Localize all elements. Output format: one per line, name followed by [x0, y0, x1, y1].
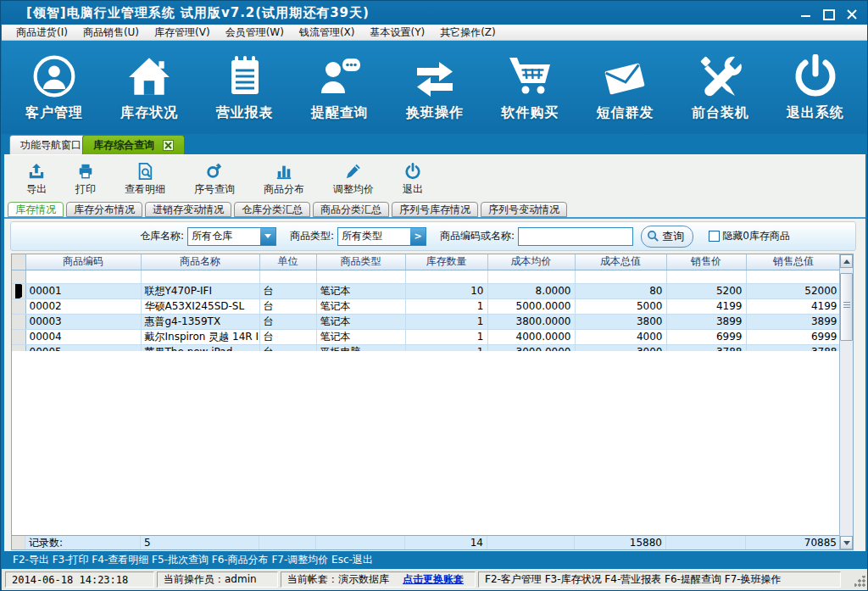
hide-zero-stock-option[interactable]: 隐藏0库存商品	[709, 229, 790, 243]
inventory-grid: 商品编码 商品名称 单位 商品类型 库存数量 成本均价 成本总值 销售价 销售总…	[11, 254, 854, 550]
menu-sales[interactable]: 商品销售(U)	[75, 25, 147, 41]
power-icon	[794, 53, 837, 98]
col-total-cost[interactable]: 成本总值	[575, 254, 666, 270]
menu-cashflow[interactable]: 钱流管理(X)	[292, 25, 363, 41]
export-icon	[28, 162, 45, 181]
col-stock-qty[interactable]: 库存数量	[405, 254, 487, 270]
col-unit[interactable]: 单位	[259, 254, 316, 270]
home-icon	[126, 53, 172, 98]
search-button-label: 查询	[662, 229, 684, 244]
col-product-name[interactable]: 商品名称	[141, 254, 259, 270]
vertical-scrollbar[interactable]	[839, 254, 853, 549]
sale-total: 70885	[746, 536, 841, 549]
hide-zero-checkbox[interactable]	[709, 231, 720, 242]
status-datetime: 2014-06-18 14:23:18	[5, 571, 154, 588]
toolbar-exit-system[interactable]: 退出系统	[771, 53, 860, 122]
exit-button[interactable]: 退出	[403, 162, 423, 197]
main-toolbar: 客户管理 库存状况 营业报表 提醒查询 换班操作	[2, 41, 868, 134]
menu-inventory[interactable]: 库存管理(V)	[147, 25, 218, 41]
scrollbar-thumb[interactable]	[840, 273, 853, 341]
warehouse-select[interactable]: 所有仓库	[187, 227, 276, 246]
table-row[interactable]: 00004 戴尔Inspiron 灵越 14R I 台 笔记本 1 4000.0…	[12, 329, 841, 344]
menu-members[interactable]: 会员管理(W)	[218, 25, 292, 41]
tools-icon	[698, 53, 743, 98]
tab-function-nav[interactable]: 功能导航窗口	[9, 135, 92, 154]
toolbar-reminder-query[interactable]: 提醒查询	[296, 53, 384, 122]
col-product-code[interactable]: 商品编码	[25, 254, 141, 270]
table-row[interactable]: 00001 联想Y470P-IFI 台 笔记本 10 8.0000 80 520…	[12, 283, 841, 298]
serial-query-button[interactable]: 序号查询	[194, 162, 235, 197]
resize-grip[interactable]	[854, 576, 865, 587]
toolbar-business-report[interactable]: 营业报表	[201, 53, 289, 122]
print-button[interactable]: 打印	[75, 162, 96, 197]
hotkey-hint-bar: F2-导出 F3-打印 F4-查看明细 F5-批次查询 F6-商品分布 F7-调…	[4, 552, 865, 567]
subtab-warehouse-summary[interactable]: 仓库分类汇总	[234, 202, 310, 217]
summary-row: 记录数: 5 14 15880 70885	[12, 535, 841, 549]
minimize-button[interactable]	[799, 8, 813, 20]
toolbar-front-desk-build[interactable]: 前台装机	[676, 53, 765, 122]
toolbar-inventory-status[interactable]: 库存状况	[105, 53, 193, 122]
close-icon	[846, 8, 858, 20]
subtab-stock-distribution[interactable]: 库存分布情况	[66, 202, 142, 217]
pencil-icon	[345, 162, 362, 181]
subtab-product-summary[interactable]: 商品分类汇总	[313, 202, 389, 217]
subtab-in-out-changes[interactable]: 进销存变动情况	[145, 202, 231, 217]
table-row[interactable]: 00003 惠普g4-1359TX 台 笔记本 1 3800.0000 3800…	[12, 314, 841, 329]
qty-total: 14	[405, 536, 487, 549]
col-product-type[interactable]: 商品类型	[316, 254, 405, 270]
status-account-label: 当前帐套：演示数据库	[287, 572, 389, 587]
adjust-avg-price-button[interactable]: 调整均价	[333, 162, 374, 197]
close-button[interactable]	[845, 8, 859, 20]
view-detail-button[interactable]: 查看明细	[125, 162, 165, 197]
chevron-right-icon: >	[414, 231, 421, 241]
search-button[interactable]: 查询	[641, 226, 693, 248]
switch-account-link[interactable]: 点击更换账套	[403, 572, 464, 587]
arrow-down-icon	[843, 541, 850, 545]
window-title: [领智]电脑行业管理系统 试用版v7.2(试用期还有39天)	[26, 5, 370, 21]
filter-row[interactable]	[12, 270, 841, 283]
col-total-sale[interactable]: 销售总值	[746, 254, 841, 270]
col-avg-cost[interactable]: 成本均价	[487, 254, 575, 270]
subtab-stock-status[interactable]: 库存情况	[8, 202, 64, 217]
grid-empty-area	[12, 351, 841, 535]
cost-total: 15880	[575, 536, 666, 549]
menu-other[interactable]: 其它操作(Z)	[432, 25, 504, 41]
table-row[interactable]: 00002 华硕A53XI245SD-SL 台 笔记本 1 5000.0000 …	[12, 298, 841, 314]
cart-icon	[507, 53, 553, 98]
export-button[interactable]: 导出	[26, 162, 47, 197]
product-type-picker-button[interactable]: >	[410, 228, 426, 245]
scroll-up-button[interactable]	[840, 254, 853, 268]
product-type-select[interactable]: 所有类型 >	[337, 227, 426, 246]
filter-bar: 仓库名称: 所有仓库 商品类型: 所有类型 > 商品编码或名称: 查询 隐藏0库…	[10, 221, 856, 251]
app-window: [领智]电脑行业管理系统 试用版v7.2(试用期还有39天) 商品进货(I) 商…	[0, 0, 868, 591]
subtab-serial-changes[interactable]: 序列号变动情况	[481, 202, 567, 217]
status-hotkeys: F2-客户管理 F3-库存状况 F4-营业报表 F6-提醒查询 F7-换班操作	[478, 571, 841, 588]
product-distribution-button[interactable]: 商品分布	[264, 162, 304, 197]
title-bar: [领智]电脑行业管理系统 试用版v7.2(试用期还有39天)	[1, 1, 868, 25]
content-panel: 导出 打印 查看明细 序号查询	[4, 154, 865, 551]
tab-inventory-query-label: 库存综合查询	[93, 138, 154, 153]
tab-inventory-query[interactable]: 库存综合查询	[82, 135, 185, 154]
reminder-icon	[317, 53, 363, 98]
tab-close-button[interactable]	[163, 140, 174, 151]
menu-settings[interactable]: 基本设置(Y)	[362, 25, 432, 41]
grip-icon	[843, 304, 850, 305]
warehouse-label: 仓库名称:	[140, 229, 184, 243]
warehouse-dropdown-button[interactable]	[260, 228, 275, 245]
maximize-button[interactable]	[821, 8, 835, 20]
status-operator: 当前操作员：admin	[157, 571, 278, 588]
exit-power-icon	[404, 162, 421, 181]
toolbar-sms-broadcast[interactable]: 短信群发	[581, 53, 669, 122]
keyword-input[interactable]	[518, 227, 633, 246]
toolbar-buy-software[interactable]: 软件购买	[486, 53, 574, 122]
menu-purchase[interactable]: 商品进货(I)	[8, 25, 75, 41]
scroll-down-button[interactable]	[840, 536, 853, 549]
header-row: 商品编码 商品名称 单位 商品类型 库存数量 成本均价 成本总值 销售价 销售总…	[12, 254, 841, 270]
row-selector-header	[12, 254, 25, 270]
menu-bar: 商品进货(I) 商品销售(U) 库存管理(V) 会员管理(W) 钱流管理(X) …	[2, 25, 868, 41]
toolbar-shift-change[interactable]: 换班操作	[391, 53, 479, 122]
print-icon	[77, 162, 94, 181]
toolbar-customer-mgmt[interactable]: 客户管理	[10, 53, 98, 122]
subtab-serial-stock[interactable]: 序列号库存情况	[392, 202, 478, 217]
col-sale-price[interactable]: 销售价	[666, 254, 746, 270]
